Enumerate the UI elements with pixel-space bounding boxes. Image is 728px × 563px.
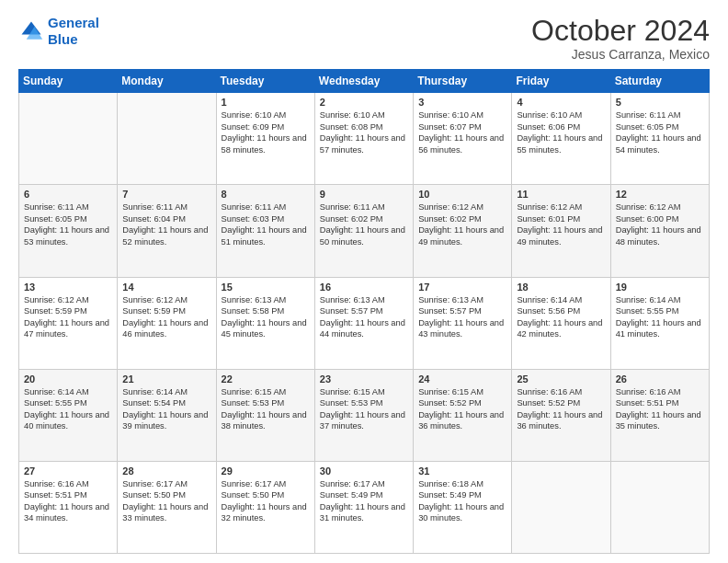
day-number: 2	[320, 97, 408, 108]
day-number: 18	[517, 282, 605, 293]
day-number: 7	[122, 189, 210, 200]
day-number: 22	[222, 373, 310, 385]
calendar-cell: 20Sunrise: 6:14 AM Sunset: 5:55 PM Dayli…	[19, 369, 118, 461]
logo-icon	[18, 18, 44, 44]
cell-content: Sunrise: 6:15 AM Sunset: 5:52 PM Dayligh…	[418, 386, 506, 432]
day-header-monday: Monday	[118, 70, 216, 93]
cell-content: Sunrise: 6:17 AM Sunset: 5:49 PM Dayligh…	[320, 478, 408, 524]
day-number: 24	[418, 373, 506, 385]
cell-content: Sunrise: 6:14 AM Sunset: 5:56 PM Dayligh…	[517, 294, 605, 340]
calendar-header: SundayMondayTuesdayWednesdayThursdayFrid…	[19, 70, 710, 93]
day-number: 23	[320, 373, 408, 385]
day-number: 1	[222, 97, 310, 108]
calendar-cell: 14Sunrise: 6:12 AM Sunset: 5:59 PM Dayli…	[118, 277, 216, 369]
cell-content: Sunrise: 6:13 AM Sunset: 5:57 PM Dayligh…	[320, 294, 408, 340]
calendar-cell: 30Sunrise: 6:17 AM Sunset: 5:49 PM Dayli…	[314, 461, 413, 553]
calendar-cell	[610, 461, 709, 553]
cell-content: Sunrise: 6:11 AM Sunset: 6:02 PM Dayligh…	[320, 201, 408, 247]
cell-content: Sunrise: 6:15 AM Sunset: 5:53 PM Dayligh…	[222, 386, 310, 432]
day-number: 10	[418, 189, 506, 200]
day-number: 5	[616, 97, 704, 108]
day-header-wednesday: Wednesday	[314, 70, 413, 93]
cell-content: Sunrise: 6:12 AM Sunset: 5:59 PM Dayligh…	[24, 294, 112, 340]
calendar-cell: 15Sunrise: 6:13 AM Sunset: 5:58 PM Dayli…	[216, 277, 314, 369]
calendar-cell: 4Sunrise: 6:10 AM Sunset: 6:06 PM Daylig…	[512, 93, 610, 185]
day-number: 20	[24, 373, 112, 385]
cell-content: Sunrise: 6:17 AM Sunset: 5:50 PM Dayligh…	[122, 478, 210, 524]
day-number: 19	[616, 282, 704, 293]
day-header-friday: Friday	[512, 70, 610, 93]
cell-content: Sunrise: 6:11 AM Sunset: 6:05 PM Dayligh…	[24, 201, 112, 247]
day-number: 11	[517, 189, 605, 200]
cell-content: Sunrise: 6:11 AM Sunset: 6:03 PM Dayligh…	[222, 201, 310, 247]
calendar-body: 1Sunrise: 6:10 AM Sunset: 6:09 PM Daylig…	[19, 93, 710, 554]
day-number: 28	[122, 465, 210, 477]
calendar-cell: 28Sunrise: 6:17 AM Sunset: 5:50 PM Dayli…	[118, 461, 216, 553]
calendar-cell: 10Sunrise: 6:12 AM Sunset: 6:02 PM Dayli…	[414, 185, 512, 277]
day-number: 17	[418, 282, 506, 293]
day-number: 25	[517, 373, 605, 385]
day-number: 3	[418, 97, 506, 108]
calendar-cell: 6Sunrise: 6:11 AM Sunset: 6:05 PM Daylig…	[19, 185, 118, 277]
cell-content: Sunrise: 6:10 AM Sunset: 6:07 PM Dayligh…	[418, 109, 506, 155]
calendar-cell: 29Sunrise: 6:17 AM Sunset: 5:50 PM Dayli…	[216, 461, 314, 553]
day-number: 27	[24, 465, 112, 477]
cell-content: Sunrise: 6:10 AM Sunset: 6:08 PM Dayligh…	[320, 109, 408, 155]
calendar-cell: 8Sunrise: 6:11 AM Sunset: 6:03 PM Daylig…	[216, 185, 314, 277]
calendar-cell: 16Sunrise: 6:13 AM Sunset: 5:57 PM Dayli…	[314, 277, 413, 369]
day-number: 13	[24, 282, 112, 293]
day-header-saturday: Saturday	[610, 70, 709, 93]
cell-content: Sunrise: 6:14 AM Sunset: 5:54 PM Dayligh…	[122, 386, 210, 432]
calendar-week-0: 1Sunrise: 6:10 AM Sunset: 6:09 PM Daylig…	[19, 93, 710, 185]
cell-content: Sunrise: 6:10 AM Sunset: 6:06 PM Dayligh…	[517, 109, 605, 155]
calendar-cell	[118, 93, 216, 185]
calendar-cell: 25Sunrise: 6:16 AM Sunset: 5:52 PM Dayli…	[512, 369, 610, 461]
cell-content: Sunrise: 6:12 AM Sunset: 6:00 PM Dayligh…	[616, 201, 704, 247]
calendar-week-2: 13Sunrise: 6:12 AM Sunset: 5:59 PM Dayli…	[19, 277, 710, 369]
day-header-thursday: Thursday	[414, 70, 512, 93]
header-row: SundayMondayTuesdayWednesdayThursdayFrid…	[19, 70, 710, 93]
calendar-cell: 5Sunrise: 6:11 AM Sunset: 6:05 PM Daylig…	[610, 93, 709, 185]
calendar-cell: 22Sunrise: 6:15 AM Sunset: 5:53 PM Dayli…	[216, 369, 314, 461]
calendar-cell	[19, 93, 118, 185]
calendar-cell: 24Sunrise: 6:15 AM Sunset: 5:52 PM Dayli…	[414, 369, 512, 461]
calendar-cell: 3Sunrise: 6:10 AM Sunset: 6:07 PM Daylig…	[414, 93, 512, 185]
day-number: 12	[616, 189, 704, 200]
main-title: October 2024	[531, 15, 710, 47]
calendar-cell: 27Sunrise: 6:16 AM Sunset: 5:51 PM Dayli…	[19, 461, 118, 553]
cell-content: Sunrise: 6:13 AM Sunset: 5:57 PM Dayligh…	[418, 294, 506, 340]
cell-content: Sunrise: 6:16 AM Sunset: 5:52 PM Dayligh…	[517, 386, 605, 432]
calendar-table: SundayMondayTuesdayWednesdayThursdayFrid…	[18, 69, 710, 554]
cell-content: Sunrise: 6:18 AM Sunset: 5:49 PM Dayligh…	[418, 478, 506, 524]
calendar-cell: 1Sunrise: 6:10 AM Sunset: 6:09 PM Daylig…	[216, 93, 314, 185]
day-number: 16	[320, 282, 408, 293]
calendar-cell: 18Sunrise: 6:14 AM Sunset: 5:56 PM Dayli…	[512, 277, 610, 369]
calendar-cell: 26Sunrise: 6:16 AM Sunset: 5:51 PM Dayli…	[610, 369, 709, 461]
cell-content: Sunrise: 6:11 AM Sunset: 6:05 PM Dayligh…	[616, 109, 704, 155]
day-number: 21	[122, 373, 210, 385]
day-number: 9	[320, 189, 408, 200]
page: General Blue October 2024 Jesus Carranza…	[0, 0, 728, 563]
day-number: 29	[222, 465, 310, 477]
cell-content: Sunrise: 6:16 AM Sunset: 5:51 PM Dayligh…	[24, 478, 112, 524]
calendar-cell: 17Sunrise: 6:13 AM Sunset: 5:57 PM Dayli…	[414, 277, 512, 369]
day-number: 6	[24, 189, 112, 200]
cell-content: Sunrise: 6:12 AM Sunset: 5:59 PM Dayligh…	[122, 294, 210, 340]
day-number: 15	[222, 282, 310, 293]
day-header-tuesday: Tuesday	[216, 70, 314, 93]
calendar-cell: 9Sunrise: 6:11 AM Sunset: 6:02 PM Daylig…	[314, 185, 413, 277]
cell-content: Sunrise: 6:16 AM Sunset: 5:51 PM Dayligh…	[616, 386, 704, 432]
cell-content: Sunrise: 6:17 AM Sunset: 5:50 PM Dayligh…	[222, 478, 310, 524]
cell-content: Sunrise: 6:14 AM Sunset: 5:55 PM Dayligh…	[24, 386, 112, 432]
calendar-cell: 11Sunrise: 6:12 AM Sunset: 6:01 PM Dayli…	[512, 185, 610, 277]
calendar-cell: 12Sunrise: 6:12 AM Sunset: 6:00 PM Dayli…	[610, 185, 709, 277]
calendar-week-4: 27Sunrise: 6:16 AM Sunset: 5:51 PM Dayli…	[19, 461, 710, 553]
cell-content: Sunrise: 6:12 AM Sunset: 6:01 PM Dayligh…	[517, 201, 605, 247]
header: General Blue October 2024 Jesus Carranza…	[18, 15, 710, 62]
subtitle: Jesus Carranza, Mexico	[531, 47, 710, 62]
day-number: 30	[320, 465, 408, 477]
day-number: 8	[222, 189, 310, 200]
calendar-cell	[512, 461, 610, 553]
day-number: 4	[517, 97, 605, 108]
calendar-cell: 21Sunrise: 6:14 AM Sunset: 5:54 PM Dayli…	[118, 369, 216, 461]
